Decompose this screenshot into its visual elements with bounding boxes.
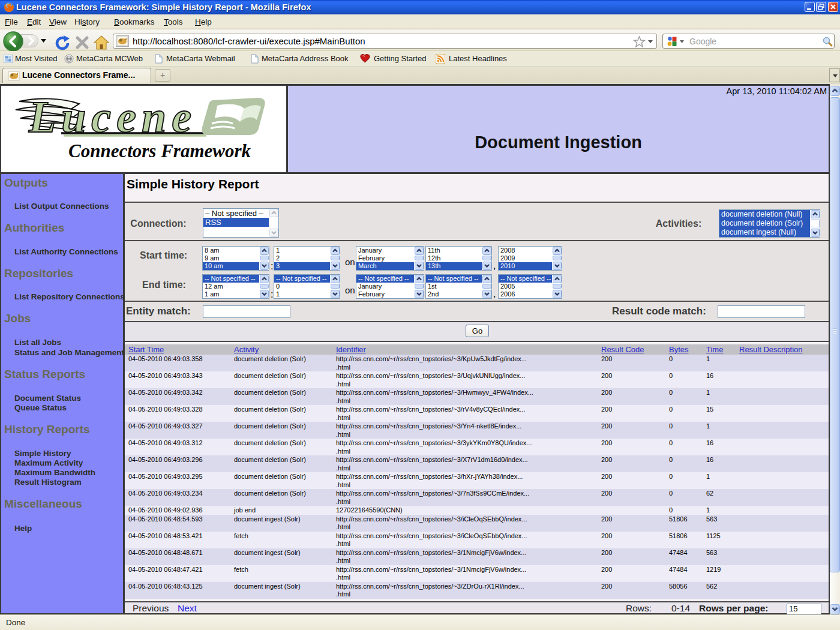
svg-text:Connectors Framework: Connectors Framework (68, 140, 251, 161)
